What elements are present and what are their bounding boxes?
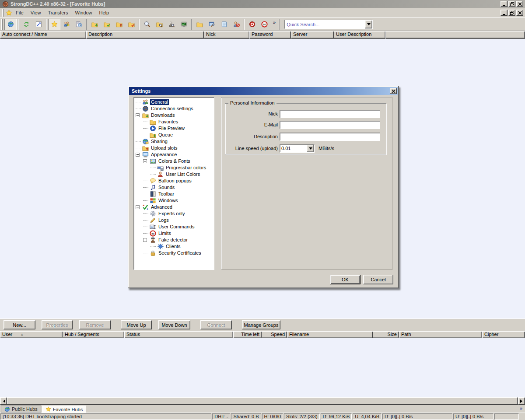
network-statistics-button[interactable] xyxy=(178,19,190,30)
line-speed-upload-combo[interactable]: 0.01 xyxy=(280,144,315,153)
finished-downloads-button[interactable] xyxy=(88,19,101,30)
menu-window[interactable]: Window xyxy=(71,9,95,17)
tab-favorite-hubs[interactable]: Favorite Hubs xyxy=(42,406,86,413)
quick-search-grip[interactable] xyxy=(279,19,280,30)
column-header-time-left[interactable]: Time left xyxy=(233,331,262,338)
column-header-password[interactable]: Password xyxy=(249,31,291,38)
properties-button[interactable]: Properties xyxy=(42,320,73,329)
menubar-grip[interactable] xyxy=(2,9,4,17)
tree-item-sounds[interactable]: Sounds xyxy=(134,184,214,191)
column-header-filename[interactable]: Filename xyxy=(287,331,373,338)
menu-help[interactable]: Help xyxy=(96,9,113,17)
away-button[interactable] xyxy=(230,19,242,30)
tree-item-windows[interactable]: Windows xyxy=(134,197,214,204)
menu-transfers[interactable]: Transfers xyxy=(44,9,71,17)
tree-item-logs[interactable]: Logs xyxy=(134,217,214,224)
dialog-close-button[interactable] xyxy=(390,88,397,94)
follow-redirect-button[interactable] xyxy=(32,19,45,30)
tree-item-security-certificates[interactable]: Security Certificates xyxy=(134,250,214,256)
column-header-hub-segments[interactable]: Hub / Segments xyxy=(63,331,124,338)
favorite-hubs-button[interactable] xyxy=(48,19,60,30)
column-header-user-description[interactable]: User Description xyxy=(334,31,385,38)
search-button[interactable] xyxy=(141,19,153,30)
settings-button[interactable] xyxy=(206,19,218,30)
mdi-minimize-button[interactable] xyxy=(500,10,508,16)
tree-item-favorites[interactable]: Favorites xyxy=(134,119,214,125)
tab-overflow-chevron[interactable]: » xyxy=(518,406,524,411)
tree-item-balloon-popups[interactable]: Balloon popups xyxy=(134,178,214,184)
public-hubs-button[interactable] xyxy=(4,19,17,30)
tree-item-limits[interactable]: 80Limits xyxy=(134,230,214,237)
column-header-nick[interactable]: Nick xyxy=(204,31,249,38)
tree-item-toolbar[interactable]: Toolbar xyxy=(134,191,214,197)
tree-item-upload-slots[interactable]: Upload slots xyxy=(134,145,214,151)
column-header-status[interactable]: Status xyxy=(124,331,233,338)
tab-public-hubs[interactable]: Public Hubs xyxy=(1,406,41,413)
waiting-users-button[interactable] xyxy=(101,19,113,30)
tree-item-sharing[interactable]: Sharing xyxy=(134,138,214,145)
tree-item-clients[interactable]: Clients xyxy=(134,243,214,250)
scroll-left-button[interactable] xyxy=(0,397,7,405)
tree-item-user-list-colors[interactable]: User List Colors xyxy=(134,171,214,178)
column-header-size[interactable]: Size xyxy=(373,331,399,338)
column-header-auto-connect-name[interactable]: Auto connect / Name xyxy=(0,31,86,38)
tree-item-fake-detector[interactable]: Fake detector xyxy=(134,237,214,243)
cancel-button[interactable]: Cancel xyxy=(363,275,393,284)
notepad-button[interactable] xyxy=(218,19,230,30)
menu-view[interactable]: View xyxy=(27,9,45,17)
tree-item-queue[interactable]: Queue xyxy=(134,132,214,138)
transfers-list[interactable] xyxy=(0,338,525,397)
tree-item-colors-fonts[interactable]: Colors & Fonts xyxy=(134,158,214,164)
open-filelist-button[interactable] xyxy=(193,19,206,30)
connect-button[interactable]: Connect xyxy=(200,320,232,329)
mdi-restore-button[interactable] xyxy=(508,10,515,16)
toolbar-grip[interactable] xyxy=(1,19,3,30)
download-queue-button[interactable] xyxy=(73,19,85,30)
minimize-button[interactable] xyxy=(500,1,508,7)
line-speed-upload-dropdown-button[interactable] xyxy=(307,145,314,152)
tree-expander-minus[interactable] xyxy=(143,238,147,242)
column-header-user[interactable]: User▲ xyxy=(0,331,63,338)
scrollbar-thumb[interactable] xyxy=(7,397,518,405)
new-button[interactable]: New... xyxy=(4,320,35,329)
transfers-horizontal-scrollbar[interactable] xyxy=(0,397,525,405)
column-header-speed[interactable]: Speed xyxy=(262,331,287,338)
mdi-close-button[interactable] xyxy=(516,10,523,16)
tree-expander-minus[interactable] xyxy=(136,153,140,157)
ok-button[interactable]: OK xyxy=(330,275,360,284)
tree-item-connection-settings[interactable]: Connection settings xyxy=(134,105,214,112)
description-input[interactable] xyxy=(280,133,380,140)
tree-item-user-commands[interactable]: User Commands xyxy=(134,224,214,230)
quick-search-input[interactable] xyxy=(285,20,365,28)
tree-item-advanced[interactable]: Advanced xyxy=(134,204,214,210)
restore-button[interactable] xyxy=(508,1,515,7)
tree-item-progressbar-colors[interactable]: Progressbar colors xyxy=(134,164,214,171)
shutdown-button[interactable] xyxy=(246,19,258,30)
favorite-users-button[interactable] xyxy=(60,19,73,30)
menu-file[interactable]: File xyxy=(12,9,27,17)
column-header-path[interactable]: Path xyxy=(399,331,482,338)
column-header-cipher[interactable]: Cipher xyxy=(482,331,525,338)
speed-limiter-button[interactable]: 80 xyxy=(258,19,270,30)
upload-queue-button[interactable] xyxy=(125,19,137,30)
tree-item-experts-only[interactable]: Experts only xyxy=(134,210,214,217)
quick-search-dropdown-button[interactable] xyxy=(365,20,372,28)
tree-item-appearance[interactable]: Appearance xyxy=(134,151,214,158)
tree-expander-minus[interactable] xyxy=(136,205,140,209)
move-down-button[interactable]: Move Down xyxy=(158,320,190,329)
column-header-description[interactable]: Description xyxy=(86,31,204,38)
scroll-right-button[interactable] xyxy=(518,397,525,405)
finished-uploads-button[interactable] xyxy=(113,19,125,30)
toolbar-overflow-chevron[interactable]: » xyxy=(273,20,276,25)
tree-item-downloads[interactable]: Downloads xyxy=(134,112,214,119)
nick-input[interactable] xyxy=(280,110,380,118)
reconnect-button[interactable] xyxy=(20,19,32,30)
adl-search-button[interactable] xyxy=(153,19,165,30)
tree-item-general[interactable]: General xyxy=(134,99,214,105)
tree-expander-minus[interactable] xyxy=(136,113,140,117)
tree-expander-minus[interactable] xyxy=(143,159,147,163)
e-mail-input[interactable] xyxy=(280,121,380,129)
column-header-server[interactable]: Server xyxy=(291,31,334,38)
tree-item-file-preview[interactable]: File Preview xyxy=(134,125,214,132)
move-up-button[interactable]: Move Up xyxy=(121,320,152,329)
